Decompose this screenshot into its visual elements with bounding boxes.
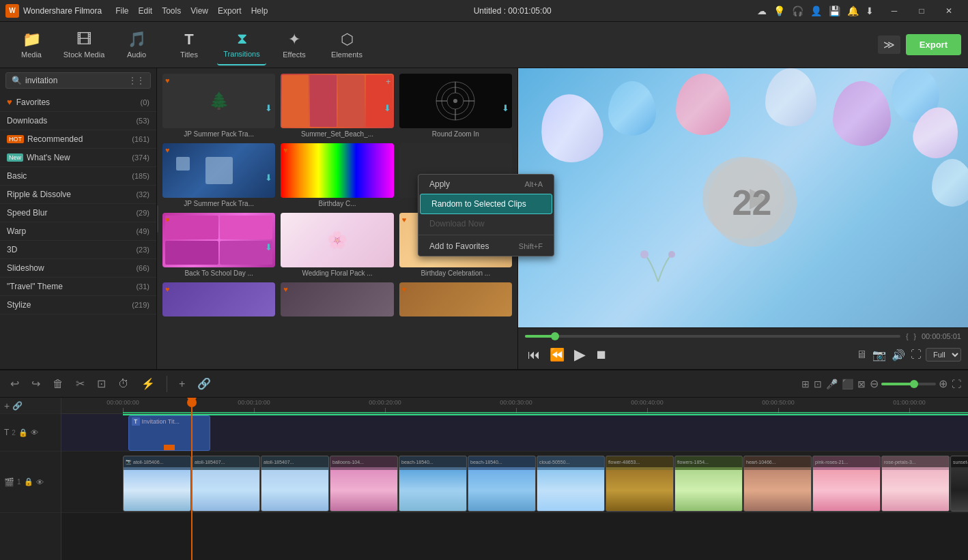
transitions-tl-icon[interactable]: ⊠	[857, 379, 866, 389]
clip-roses[interactable]: pink-roses-21...	[812, 456, 881, 512]
user-icon[interactable]: 👤	[810, 5, 822, 16]
category-stylize[interactable]: Stylize (219)	[0, 296, 156, 314]
menu-help[interactable]: Help	[251, 6, 268, 16]
mic-icon[interactable]: 🎤	[826, 379, 838, 389]
clip-atoll3[interactable]: atoll-185407...	[261, 456, 329, 512]
clip-flower[interactable]: flower-48653...	[606, 456, 674, 512]
grid-item-back-school[interactable]: ♥ ⬇ Back To School Day ...	[162, 213, 275, 277]
redo-button[interactable]: ↪	[28, 375, 44, 392]
clip-cloud[interactable]: cloud-50550...	[537, 456, 605, 512]
tool-titles[interactable]: T Titles	[165, 25, 214, 65]
delete-button[interactable]: 🗑	[49, 376, 67, 392]
progress-handle[interactable]	[551, 332, 559, 340]
step-back-button[interactable]: ⏪	[547, 346, 567, 364]
add-track-button[interactable]: +	[175, 376, 188, 392]
tool-audio[interactable]: 🎵 Audio	[112, 25, 161, 65]
close-button[interactable]: ✕	[935, 0, 963, 22]
tool-stock-media[interactable]: 🎞 Stock Media	[59, 25, 109, 65]
menu-tools[interactable]: Tools	[162, 6, 181, 16]
tool-effects[interactable]: ✦ Effects	[270, 25, 319, 65]
save-icon[interactable]: 💾	[829, 5, 840, 16]
bulb-icon[interactable]: 💡	[773, 5, 785, 16]
context-random[interactable]: Random to Selected Clips	[420, 194, 552, 214]
play-button[interactable]: ▶	[571, 344, 588, 365]
zoom-out-icon[interactable]: ⊖	[870, 377, 879, 390]
clip-invitation-title[interactable]: T Invitation Tit...	[128, 415, 210, 451]
magnet-icon[interactable]: ⊡	[814, 379, 822, 389]
skip-back-button[interactable]: ⏮	[525, 347, 543, 364]
playhead[interactable]	[191, 398, 193, 413]
grid-item-partial2[interactable]: ♥	[281, 282, 393, 316]
category-whats-new[interactable]: New What's New (374)	[0, 149, 156, 167]
clip-sunset[interactable]: sunset-6985...	[950, 456, 968, 512]
crop-button[interactable]: ⊡	[94, 375, 109, 392]
stop-button[interactable]: ⏹	[593, 347, 610, 364]
context-apply[interactable]: Apply Alt+A	[418, 175, 554, 194]
undo-button[interactable]: ↩	[7, 375, 23, 392]
grid-item-wedding[interactable]: 🌸 Wedding Floral Pack ...	[281, 213, 393, 277]
fullscreen-icon[interactable]: ⛶	[911, 349, 922, 361]
grid-item-partial3[interactable]: ♥	[399, 282, 512, 316]
category-3d[interactable]: 3D (23)	[0, 241, 156, 259]
category-downloads[interactable]: Downloads (53)	[0, 112, 156, 130]
minimize-button[interactable]: ─	[881, 0, 908, 22]
category-slideshow[interactable]: Slideshow (66)	[0, 259, 156, 278]
expand-button[interactable]: ≫	[878, 35, 900, 54]
zoom-handle[interactable]	[910, 380, 918, 388]
menu-export[interactable]: Export	[218, 6, 242, 16]
lock-icon-1[interactable]: 🔒	[24, 477, 33, 486]
clip-flowers[interactable]: flowers-1854...	[674, 456, 743, 512]
menu-view[interactable]: View	[190, 6, 208, 16]
clip-atoll2[interactable]: atoll-185407...	[192, 456, 260, 512]
fullscreen-tl-icon[interactable]: ⛶	[952, 379, 961, 389]
progress-bar[interactable]	[525, 335, 900, 338]
menu-file[interactable]: File	[115, 6, 128, 16]
audio-mixer-button[interactable]: ⚡	[138, 375, 158, 392]
category-basic[interactable]: Basic (185)	[0, 167, 156, 186]
tool-media[interactable]: 📁 Media	[7, 25, 56, 65]
zoom-in-icon[interactable]: ⊕	[939, 377, 948, 390]
export-button[interactable]: Export	[906, 34, 961, 55]
context-add-fav[interactable]: Add to Favorites Shift+F	[418, 237, 554, 256]
grid-item-jp-summer1[interactable]: 🌲 ♥ ⬇ JP Summer Pack Tra...	[162, 74, 275, 138]
clip-heart[interactable]: heart-10466...	[743, 456, 812, 512]
category-recommended[interactable]: HOT Recommended (161)	[0, 130, 156, 149]
sticker-icon[interactable]: ⬛	[842, 379, 853, 389]
category-favorites[interactable]: ♥ Favorites (0)	[0, 93, 156, 112]
add-track-small[interactable]: +	[4, 400, 10, 411]
grid-item-summer-beach[interactable]: ⬇ + Summer_Set_Beach_...	[281, 74, 393, 138]
download-icon[interactable]: ⬇	[866, 5, 874, 16]
cloud-icon[interactable]: ☁	[757, 5, 767, 16]
monitor-icon[interactable]: 🖥	[856, 349, 867, 361]
grid-item-partial1[interactable]: ♥	[162, 282, 275, 316]
snap-icon[interactable]: ⊞	[801, 379, 810, 389]
screenshot-icon[interactable]: 📷	[872, 349, 886, 362]
maximize-button[interactable]: □	[908, 0, 935, 22]
category-speed-blur[interactable]: Speed Blur (29)	[0, 204, 156, 222]
notification-icon[interactable]: 🔔	[847, 5, 859, 16]
cut-button[interactable]: ✂	[72, 375, 88, 392]
eye-icon-1[interactable]: 👁	[36, 478, 44, 486]
search-input[interactable]	[25, 76, 126, 85]
fullscreen-select[interactable]: Full	[926, 348, 961, 362]
panel-collapse-button[interactable]: ◀	[157, 205, 158, 233]
menu-edit[interactable]: Edit	[139, 6, 153, 16]
zoom-slider[interactable]	[881, 383, 936, 385]
grid-item-round-zoom[interactable]: ⬇ Round Zoom In	[399, 74, 512, 138]
clip-atoll1[interactable]: 📷 atoll-185406...	[123, 456, 191, 512]
eye-icon-2[interactable]: 👁	[31, 428, 38, 437]
clip-beach2[interactable]: beach-18540...	[468, 456, 536, 512]
volume-icon[interactable]: 🔊	[892, 349, 905, 362]
duration-button[interactable]: ⏱	[115, 376, 132, 392]
category-warp[interactable]: Warp (49)	[0, 222, 156, 241]
grid-icon[interactable]: ⋮⋮	[128, 76, 145, 85]
tool-elements[interactable]: ⬡ Elements	[322, 25, 371, 65]
lock-icon-2[interactable]: 🔒	[18, 428, 28, 437]
clip-petals[interactable]: rose-petals-3...	[881, 456, 950, 512]
link-small[interactable]: 🔗	[12, 401, 23, 411]
clip-beach1[interactable]: beach-18540...	[399, 456, 467, 512]
tool-transitions[interactable]: ⧗ Transitions	[217, 25, 266, 65]
headphone-icon[interactable]: 🎧	[792, 5, 803, 16]
link-track-button[interactable]: 🔗	[194, 375, 214, 392]
clip-balloons[interactable]: balloons-104...	[330, 456, 398, 512]
